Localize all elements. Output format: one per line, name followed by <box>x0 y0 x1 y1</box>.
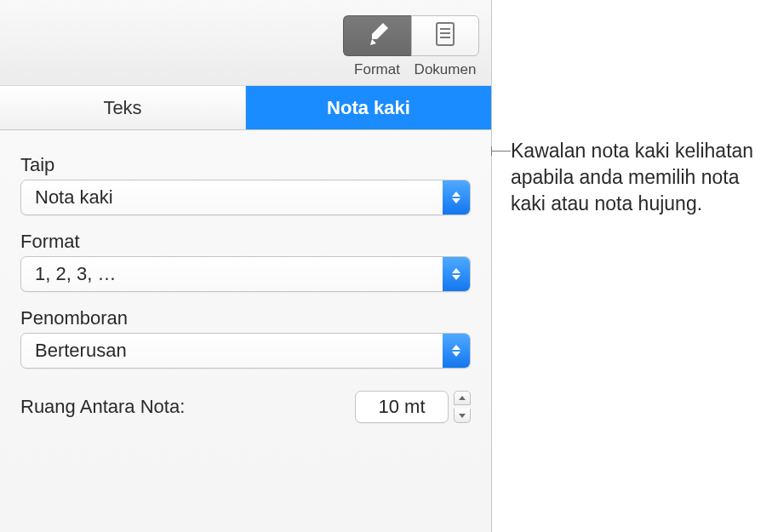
tab-text-label: Teks <box>103 97 141 119</box>
type-select-value: Nota kaki <box>35 186 113 209</box>
toolbar: Format Dokumen <box>0 0 491 86</box>
chevron-up-icon <box>452 345 460 350</box>
chevron-down-icon <box>459 414 466 418</box>
chevron-down-icon <box>452 198 460 203</box>
format-select[interactable]: 1, 2, 3, … <box>20 256 471 292</box>
chevron-down-icon <box>452 352 460 357</box>
callout-line <box>492 151 511 152</box>
inspector-content: Taip Nota kaki Format 1, 2, 3, … <box>0 130 491 443</box>
numbering-select-value: Berterusan <box>35 340 127 362</box>
document-icon-box[interactable] <box>411 15 479 56</box>
inspector-panel: Format Dokumen Teks Nota kaki <box>0 0 492 532</box>
numbering-field-group: Penomboran Berterusan <box>20 307 471 369</box>
spacing-input[interactable] <box>355 391 449 423</box>
chevron-up-icon <box>459 396 466 400</box>
chevron-up-icon <box>452 268 460 273</box>
stepper-up-button[interactable] <box>454 391 471 405</box>
type-label: Taip <box>20 154 471 176</box>
chevron-down-icon <box>452 275 460 280</box>
popup-handle-icon <box>443 334 470 368</box>
stepper-down-button[interactable] <box>454 409 471 423</box>
spacing-label: Ruang Antara Nota: <box>20 396 185 418</box>
format-icon-box[interactable] <box>343 15 411 56</box>
type-field-group: Taip Nota kaki <box>20 154 471 215</box>
numbering-select[interactable]: Berterusan <box>20 333 471 369</box>
numbering-label: Penomboran <box>20 307 471 329</box>
format-label: Format <box>20 231 471 253</box>
document-toolbar-button[interactable]: Dokumen <box>411 15 479 78</box>
type-select[interactable]: Nota kaki <box>20 180 471 215</box>
format-label: Format <box>354 61 400 78</box>
spacing-stepper <box>355 391 471 423</box>
chevron-up-icon <box>452 192 460 197</box>
format-toolbar-button[interactable]: Format <box>343 15 411 78</box>
stepper-buttons <box>454 391 471 423</box>
brush-icon <box>364 20 392 51</box>
tab-footnotes-label: Nota kaki <box>327 97 410 119</box>
toolbar-group: Format Dokumen <box>343 15 479 78</box>
spacing-row: Ruang Antara Nota: <box>20 391 471 423</box>
format-field-group: Format 1, 2, 3, … <box>20 231 471 292</box>
document-label: Dokumen <box>415 61 477 78</box>
format-select-value: 1, 2, 3, … <box>35 263 116 285</box>
document-icon <box>433 21 457 50</box>
callout-text: Kawalan nota kaki kelihatan apabila anda… <box>511 138 766 217</box>
popup-handle-icon <box>443 257 470 291</box>
inspector-tabs: Teks Nota kaki <box>0 86 491 130</box>
popup-handle-icon <box>443 180 470 215</box>
tab-text[interactable]: Teks <box>0 86 246 129</box>
app-container: Format Dokumen Teks Nota kaki <box>0 0 772 532</box>
tab-footnotes[interactable]: Nota kaki <box>246 86 491 129</box>
